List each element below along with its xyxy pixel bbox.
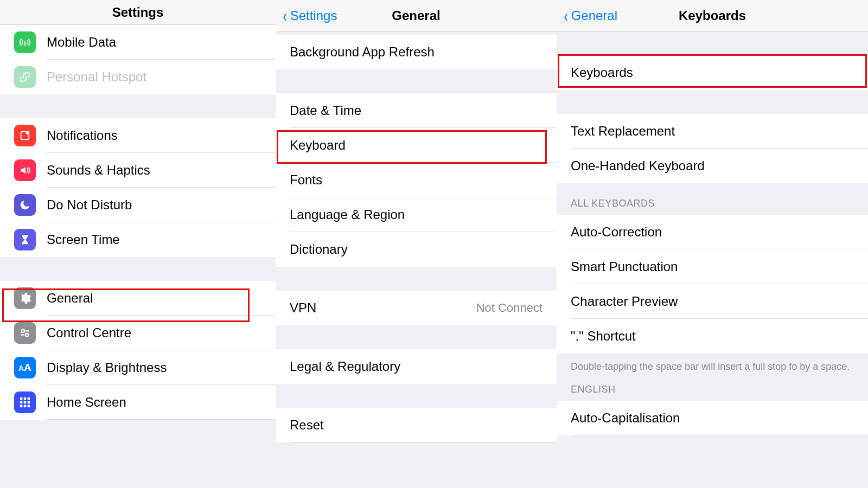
antenna-icon — [14, 31, 36, 53]
row-period-shortcut[interactable]: "." Shortcut — [557, 319, 868, 354]
chevron-left-icon: ‹ — [564, 7, 568, 24]
svg-text:A: A — [24, 362, 31, 373]
row-label: Dictionary — [290, 242, 542, 257]
text-size-icon: AA — [14, 357, 36, 378]
general-header: ‹ Settings General — [276, 0, 557, 31]
svg-rect-8 — [20, 397, 23, 400]
row-smart-punctuation[interactable]: Smart Punctuation — [557, 249, 868, 284]
row-label: Control Centre — [47, 325, 261, 341]
row-background-app-refresh[interactable]: Background App Refresh — [276, 35, 557, 69]
keyboards-title: Keyboards — [679, 8, 746, 23]
row-auto-capitalisation[interactable]: Auto-Capitalisation — [557, 401, 868, 435]
row-sounds[interactable]: Sounds & Haptics — [0, 153, 276, 188]
row-vpn[interactable]: VPN Not Connect — [276, 291, 557, 325]
row-label: Screen Time — [47, 232, 261, 247]
section-all-keyboards: ALL KEYBOARDS — [557, 183, 868, 215]
keyboards-header: ‹ General Keyboards — [557, 0, 868, 31]
svg-rect-13 — [28, 401, 30, 404]
row-label: Auto-Capitalisation — [571, 410, 854, 426]
chevron-left-icon: ‹ — [283, 7, 287, 24]
row-label: General — [47, 291, 261, 306]
gear-icon — [14, 287, 36, 309]
settings-panel: Settings Mobile Data Personal Hotspot — [0, 0, 276, 488]
row-keyboards-list[interactable]: Keyboards — [557, 55, 868, 90]
svg-point-2 — [22, 330, 25, 333]
row-label: Display & Brightness — [47, 360, 261, 375]
svg-rect-9 — [24, 397, 27, 400]
back-to-general[interactable]: ‹ General — [563, 0, 617, 31]
settings-header: Settings — [0, 0, 276, 25]
general-title: General — [392, 8, 440, 23]
section-english: ENGLISH — [557, 378, 868, 401]
general-panel: ‹ Settings General Background App Refres… — [276, 0, 557, 488]
row-label: Auto-Correction — [571, 224, 854, 240]
row-label: Smart Punctuation — [571, 259, 854, 274]
row-label: Home Screen — [47, 395, 261, 410]
row-label: Mobile Data — [47, 35, 261, 50]
row-label: Reset — [290, 418, 542, 433]
row-personal-hotspot[interactable]: Personal Hotspot — [0, 60, 276, 94]
svg-point-1 — [26, 132, 29, 135]
link-icon — [14, 66, 36, 88]
row-label: Legal & Regulatory — [290, 359, 542, 374]
sliders-icon — [14, 322, 36, 344]
row-label: VPN — [290, 300, 476, 316]
row-label: Personal Hotspot — [47, 69, 261, 85]
row-dictionary[interactable]: Dictionary — [276, 232, 557, 267]
row-label: Character Preview — [571, 294, 854, 309]
row-home-screen[interactable]: Home Screen — [0, 385, 276, 420]
back-to-settings[interactable]: ‹ Settings — [282, 0, 337, 31]
row-label: Language & Region — [290, 207, 542, 222]
row-label: Do Not Disturb — [47, 197, 261, 213]
settings-title: Settings — [112, 5, 164, 20]
row-label: One-Handed Keyboard — [571, 158, 854, 174]
notifications-icon — [14, 125, 36, 146]
svg-rect-15 — [24, 405, 27, 408]
back-label: Settings — [290, 8, 337, 23]
row-control-centre[interactable]: Control Centre — [0, 316, 276, 350]
row-display[interactable]: AA Display & Brightness — [0, 350, 276, 385]
settings-group-notifications: Notifications Sounds & Haptics Do Not Di… — [0, 118, 276, 257]
row-label: Fonts — [290, 172, 542, 188]
row-label: Keyboards — [571, 65, 854, 80]
row-general[interactable]: General — [0, 281, 276, 316]
row-date-time[interactable]: Date & Time — [276, 93, 557, 128]
row-label: Date & Time — [290, 103, 542, 118]
svg-rect-12 — [24, 401, 27, 404]
row-label: Text Replacement — [571, 124, 854, 139]
row-label: Background App Refresh — [290, 44, 542, 60]
hourglass-icon — [14, 229, 36, 251]
moon-icon — [14, 194, 36, 216]
period-shortcut-footer: Double-tapping the space bar will insert… — [557, 354, 868, 378]
speaker-icon — [14, 159, 36, 181]
row-auto-correction[interactable]: Auto-Correction — [557, 215, 868, 249]
row-character-preview[interactable]: Character Preview — [557, 284, 868, 319]
row-mobile-data[interactable]: Mobile Data — [0, 25, 276, 60]
vpn-status: Not Connect — [476, 301, 542, 315]
row-label: Keyboard — [290, 138, 542, 153]
row-reset[interactable]: Reset — [276, 408, 557, 442]
svg-rect-10 — [28, 397, 30, 400]
row-label: Sounds & Haptics — [47, 163, 261, 178]
back-label: General — [571, 8, 617, 23]
row-label: Notifications — [47, 128, 261, 143]
row-label: "." Shortcut — [571, 329, 854, 344]
svg-rect-16 — [28, 405, 30, 408]
row-text-replacement[interactable]: Text Replacement — [557, 114, 868, 149]
row-screen-time[interactable]: Screen Time — [0, 222, 276, 257]
apps-grid-icon — [14, 391, 36, 413]
row-legal[interactable]: Legal & Regulatory — [276, 349, 557, 384]
keyboards-panel: ‹ General Keyboards Keyboards Text Repla… — [557, 0, 868, 488]
row-language-region[interactable]: Language & Region — [276, 197, 557, 232]
settings-group-wireless: Mobile Data Personal Hotspot — [0, 25, 276, 94]
svg-rect-11 — [20, 401, 23, 404]
row-one-handed-keyboard[interactable]: One-Handed Keyboard — [557, 149, 868, 183]
svg-text:A: A — [18, 364, 24, 373]
svg-rect-14 — [20, 405, 23, 408]
row-fonts[interactable]: Fonts — [276, 163, 557, 197]
svg-point-4 — [25, 333, 28, 337]
row-notifications[interactable]: Notifications — [0, 118, 276, 153]
row-dnd[interactable]: Do Not Disturb — [0, 188, 276, 222]
row-keyboard[interactable]: Keyboard — [276, 128, 557, 163]
settings-group-general: General Control Centre AA Display & Brig… — [0, 281, 276, 420]
